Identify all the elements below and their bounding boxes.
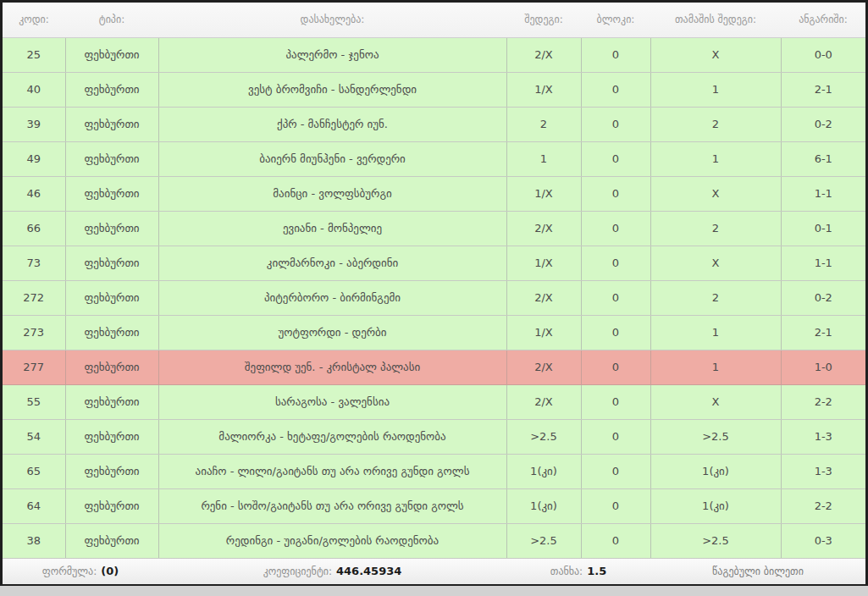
cell-block: 0 [581, 280, 650, 315]
cell-code: 39 [3, 107, 65, 141]
amount-label: თანხა: [550, 566, 583, 577]
cell-type: ფეხბურთი [65, 315, 158, 350]
cell-score: 1-3 [781, 454, 865, 488]
column-header-score: ანგარიში: [781, 3, 865, 37]
table-row: 54 ფეხბურთი მალიორკა - ხეტაფე/გოლების რა… [3, 419, 865, 454]
cell-score: 1-3 [781, 419, 865, 454]
cell-code: 49 [3, 141, 65, 176]
cell-name: სარაგოსა - ვალენსია [158, 384, 506, 419]
cell-score: 2-2 [781, 384, 865, 419]
cell-result: >2.5 [506, 523, 581, 558]
cell-code: 273 [3, 315, 65, 350]
cell-game-result: X [650, 384, 781, 419]
table-row: 65 ფეხბურთი აიაჩო - ლილი/გაიტანს თუ არა … [3, 454, 865, 488]
cell-block: 0 [581, 488, 650, 523]
cell-game-result: 1 [650, 315, 781, 350]
cell-score: 2-2 [781, 488, 865, 523]
cell-block: 0 [581, 454, 650, 488]
bet-ticket-panel: კოდი: ტიპი: დასახელება: შედეგი: ბლოკი: თ… [0, 0, 868, 586]
cell-name: კილმარნოკი - აბერდინი [158, 246, 506, 280]
cell-score: 1-1 [781, 176, 865, 211]
column-header-type: ტიპი: [65, 3, 158, 37]
cell-name: ბაიერნ მიუნჰენი - ვერდერი [158, 141, 506, 176]
cell-type: ფეხბურთი [65, 384, 158, 419]
cell-result: 2/X [506, 37, 581, 72]
cell-type: ფეხბურთი [65, 280, 158, 315]
cell-type: ფეხბურთი [65, 246, 158, 280]
cell-result: 2 [506, 107, 581, 141]
cell-type: ფეხბურთი [65, 72, 158, 107]
cell-name: ვესტ ბრომვიჩი - სანდერლენდი [158, 72, 506, 107]
cell-type: ფეხბურთი [65, 107, 158, 141]
cell-code: 25 [3, 37, 65, 72]
cell-block: 0 [581, 350, 650, 384]
cell-code: 54 [3, 419, 65, 454]
cell-score: 0-3 [781, 523, 865, 558]
cell-score: 2-1 [781, 315, 865, 350]
cell-type: ფეხბურთი [65, 454, 158, 488]
ticket-status-text: წაგებული ბილეთი [650, 559, 865, 584]
formula-label: ფორმულა: [42, 566, 97, 577]
cell-code: 272 [3, 280, 65, 315]
cell-type: ფეხბურთი [65, 141, 158, 176]
coefficient-label: კოეფიციენტი: [263, 566, 332, 577]
cell-game-result: 1 [650, 350, 781, 384]
cell-game-result: 1(კი) [650, 488, 781, 523]
cell-name: პალერმო - ჯენოა [158, 37, 506, 72]
bets-table: კოდი: ტიპი: დასახელება: შედეგი: ბლოკი: თ… [3, 3, 865, 559]
cell-name: მალიორკა - ხეტაფე/გოლების რაოდენობა [158, 419, 506, 454]
cell-score: 0-2 [781, 107, 865, 141]
cell-block: 0 [581, 419, 650, 454]
cell-result: 1/X [506, 246, 581, 280]
cell-type: ფეხბურთი [65, 488, 158, 523]
cell-name: პიტერბორო - ბირმინგემი [158, 280, 506, 315]
cell-game-result: X [650, 37, 781, 72]
cell-code: 38 [3, 523, 65, 558]
cell-type: ფეხბურთი [65, 419, 158, 454]
cell-block: 0 [581, 107, 650, 141]
table-row: 272 ფეხბურთი პიტერბორო - ბირმინგემი 2/X … [3, 280, 865, 315]
cell-game-result: 1(კი) [650, 454, 781, 488]
cell-block: 0 [581, 315, 650, 350]
cell-code: 73 [3, 246, 65, 280]
cell-block: 0 [581, 211, 650, 246]
cell-result: >2.5 [506, 419, 581, 454]
table-row: 273 ფეხბურთი უოტფორდი - დერბი 1/X 0 1 2-… [3, 315, 865, 350]
column-header-name: დასახელება: [158, 3, 506, 37]
table-row: 73 ფეხბურთი კილმარნოკი - აბერდინი 1/X 0 … [3, 246, 865, 280]
cell-code: 65 [3, 454, 65, 488]
table-row: 38 ფეხბურთი რედინგი - უიგანი/გოლების რაო… [3, 523, 865, 558]
cell-block: 0 [581, 246, 650, 280]
cell-name: მაინცი - ვოლფსბურგი [158, 176, 506, 211]
cell-game-result: 2 [650, 107, 781, 141]
formula-summary: ფორმულა: (0) [3, 559, 158, 584]
table-row: 64 ფეხბურთი რენი - სოშო/გაიტანს თუ არა ო… [3, 488, 865, 523]
cell-game-result: 1 [650, 141, 781, 176]
cell-result: 1/X [506, 315, 581, 350]
cell-score: 6-1 [781, 141, 865, 176]
cell-block: 0 [581, 141, 650, 176]
cell-score: 0-0 [781, 37, 865, 72]
column-header-result: შედეგი: [506, 3, 581, 37]
amount-summary: თანხა: 1.5 [506, 559, 650, 584]
cell-type: ფეხბურთი [65, 211, 158, 246]
table-row: 39 ფეხბურთი ქპრ - მანჩესტერ იუნ. 2 0 2 0… [3, 107, 865, 141]
cell-game-result: X [650, 176, 781, 211]
cell-name: რედინგი - უიგანი/გოლების რაოდენობა [158, 523, 506, 558]
cell-code: 46 [3, 176, 65, 211]
cell-name: ევიანი - მონპელიე [158, 211, 506, 246]
cell-game-result: 1 [650, 72, 781, 107]
cell-result: 1(კი) [506, 488, 581, 523]
cell-result: 1/X [506, 72, 581, 107]
cell-block: 0 [581, 523, 650, 558]
cell-block: 0 [581, 384, 650, 419]
table-row: 40 ფეხბურთი ვესტ ბრომვიჩი - სანდერლენდი … [3, 72, 865, 107]
ticket-summary-bar: ფორმულა: (0) კოეფიციენტი: 446.45934 თანხ… [3, 559, 865, 584]
bets-table-body: 25 ფეხბურთი პალერმო - ჯენოა 2/X 0 X 0-0 … [3, 37, 865, 558]
cell-name: უოტფორდი - დერბი [158, 315, 506, 350]
cell-score: 2-1 [781, 72, 865, 107]
table-row: 277 ფეხბურთი შეფილდ უენ. - კრისტალ პალას… [3, 350, 865, 384]
cell-name: აიაჩო - ლილი/გაიტანს თუ არა ორივე გუნდი … [158, 454, 506, 488]
column-header-block: ბლოკი: [581, 3, 650, 37]
column-header-game-result: თამაშის შედეგი: [650, 3, 781, 37]
